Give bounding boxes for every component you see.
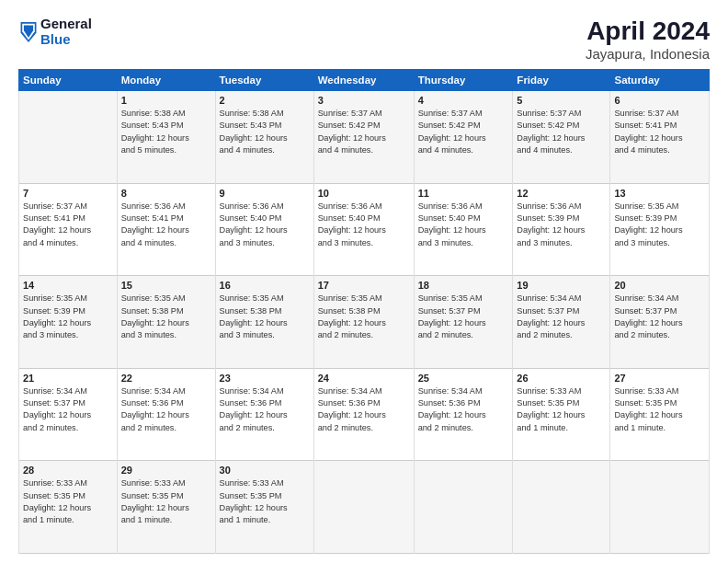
day-number: 27 — [614, 373, 705, 384]
cell-text: Sunrise: 5:37 AM Sunset: 5:42 PM Dayligh… — [418, 108, 509, 156]
cell-text: Sunrise: 5:35 AM Sunset: 5:37 PM Dayligh… — [418, 293, 509, 341]
calendar-cell: 21Sunrise: 5:34 AM Sunset: 5:37 PM Dayli… — [19, 368, 118, 461]
calendar-cell: 17Sunrise: 5:35 AM Sunset: 5:38 PM Dayli… — [313, 276, 414, 369]
cell-text: Sunrise: 5:33 AM Sunset: 5:35 PM Dayligh… — [23, 477, 113, 526]
cell-text: Sunrise: 5:38 AM Sunset: 5:43 PM Dayligh… — [121, 108, 211, 156]
calendar-cell: 23Sunrise: 5:34 AM Sunset: 5:36 PM Dayli… — [215, 368, 313, 461]
day-number: 17 — [318, 280, 410, 291]
cell-text: Sunrise: 5:33 AM Sunset: 5:35 PM Dayligh… — [121, 477, 211, 526]
cell-text: Sunrise: 5:37 AM Sunset: 5:41 PM Dayligh… — [614, 108, 705, 156]
week-row-5: 28Sunrise: 5:33 AM Sunset: 5:35 PM Dayli… — [19, 461, 710, 554]
week-row-4: 21Sunrise: 5:34 AM Sunset: 5:37 PM Dayli… — [19, 368, 710, 461]
cell-text: Sunrise: 5:34 AM Sunset: 5:37 PM Dayligh… — [614, 293, 705, 341]
calendar-cell: 19Sunrise: 5:34 AM Sunset: 5:37 PM Dayli… — [513, 276, 610, 369]
main-title: April 2024 — [586, 17, 710, 46]
cell-text: Sunrise: 5:37 AM Sunset: 5:42 PM Dayligh… — [318, 108, 410, 156]
cell-text: Sunrise: 5:34 AM Sunset: 5:36 PM Dayligh… — [418, 385, 509, 434]
calendar-cell: 15Sunrise: 5:35 AM Sunset: 5:38 PM Dayli… — [117, 276, 215, 369]
day-number: 19 — [517, 280, 606, 291]
day-number: 15 — [121, 280, 211, 291]
day-number: 28 — [23, 465, 113, 476]
calendar-cell: 16Sunrise: 5:35 AM Sunset: 5:38 PM Dayli… — [215, 276, 313, 369]
cell-text: Sunrise: 5:36 AM Sunset: 5:40 PM Dayligh… — [418, 201, 509, 249]
calendar-cell: 25Sunrise: 5:34 AM Sunset: 5:36 PM Dayli… — [414, 368, 513, 461]
page: General Blue April 2024 Jayapura, Indone… — [0, 0, 728, 563]
calendar-cell: 30Sunrise: 5:33 AM Sunset: 5:35 PM Dayli… — [215, 461, 313, 554]
cell-text: Sunrise: 5:33 AM Sunset: 5:35 PM Dayligh… — [517, 385, 606, 434]
cell-text: Sunrise: 5:34 AM Sunset: 5:36 PM Dayligh… — [121, 385, 211, 434]
day-number: 5 — [517, 95, 606, 106]
cell-text: Sunrise: 5:35 AM Sunset: 5:39 PM Dayligh… — [614, 201, 705, 249]
cell-text: Sunrise: 5:36 AM Sunset: 5:40 PM Dayligh… — [318, 201, 410, 249]
cell-text: Sunrise: 5:34 AM Sunset: 5:37 PM Dayligh… — [23, 385, 113, 434]
calendar-cell: 24Sunrise: 5:34 AM Sunset: 5:36 PM Dayli… — [313, 368, 414, 461]
cell-text: Sunrise: 5:34 AM Sunset: 5:36 PM Dayligh… — [318, 385, 410, 434]
calendar-cell — [313, 461, 414, 554]
cell-text: Sunrise: 5:33 AM Sunset: 5:35 PM Dayligh… — [614, 385, 705, 434]
day-number: 25 — [418, 373, 509, 384]
header-day-wednesday: Wednesday — [313, 70, 414, 91]
day-number: 18 — [418, 280, 509, 291]
calendar-cell: 28Sunrise: 5:33 AM Sunset: 5:35 PM Dayli… — [19, 461, 118, 554]
title-block: April 2024 Jayapura, Indonesia — [586, 17, 710, 62]
day-number: 4 — [418, 95, 509, 106]
week-row-2: 7Sunrise: 5:37 AM Sunset: 5:41 PM Daylig… — [19, 183, 710, 276]
day-number: 12 — [517, 188, 606, 199]
calendar-cell: 6Sunrise: 5:37 AM Sunset: 5:41 PM Daylig… — [610, 91, 710, 184]
header-day-sunday: Sunday — [19, 70, 118, 91]
header-day-thursday: Thursday — [414, 70, 513, 91]
cell-text: Sunrise: 5:38 AM Sunset: 5:43 PM Dayligh… — [220, 108, 310, 156]
day-number: 29 — [121, 465, 211, 476]
calendar-cell: 29Sunrise: 5:33 AM Sunset: 5:35 PM Dayli… — [117, 461, 215, 554]
calendar-cell: 9Sunrise: 5:36 AM Sunset: 5:40 PM Daylig… — [215, 183, 313, 276]
day-number: 23 — [220, 373, 310, 384]
calendar-cell: 12Sunrise: 5:36 AM Sunset: 5:39 PM Dayli… — [513, 183, 610, 276]
header: General Blue April 2024 Jayapura, Indone… — [18, 17, 710, 62]
header-day-monday: Monday — [117, 70, 215, 91]
calendar-header: SundayMondayTuesdayWednesdayThursdayFrid… — [19, 70, 710, 91]
calendar-cell: 1Sunrise: 5:38 AM Sunset: 5:43 PM Daylig… — [117, 91, 215, 184]
calendar-cell: 13Sunrise: 5:35 AM Sunset: 5:39 PM Dayli… — [610, 183, 710, 276]
week-row-1: 1Sunrise: 5:38 AM Sunset: 5:43 PM Daylig… — [19, 91, 710, 184]
day-number: 2 — [220, 95, 310, 106]
cell-text: Sunrise: 5:35 AM Sunset: 5:38 PM Dayligh… — [318, 293, 410, 341]
subtitle: Jayapura, Indonesia — [586, 46, 710, 62]
day-number: 21 — [23, 373, 113, 384]
day-number: 8 — [121, 188, 211, 199]
logo-icon — [20, 22, 37, 42]
calendar-cell: 14Sunrise: 5:35 AM Sunset: 5:39 PM Dayli… — [19, 276, 118, 369]
calendar-cell: 3Sunrise: 5:37 AM Sunset: 5:42 PM Daylig… — [313, 91, 414, 184]
day-number: 6 — [614, 95, 705, 106]
cell-text: Sunrise: 5:37 AM Sunset: 5:41 PM Dayligh… — [23, 201, 113, 249]
logo-general: General — [40, 17, 92, 32]
calendar-cell — [610, 461, 710, 554]
calendar-cell: 2Sunrise: 5:38 AM Sunset: 5:43 PM Daylig… — [215, 91, 313, 184]
calendar-body: 1Sunrise: 5:38 AM Sunset: 5:43 PM Daylig… — [19, 91, 710, 554]
calendar-cell: 8Sunrise: 5:36 AM Sunset: 5:41 PM Daylig… — [117, 183, 215, 276]
day-number: 10 — [318, 188, 410, 199]
cell-text: Sunrise: 5:36 AM Sunset: 5:41 PM Dayligh… — [121, 201, 211, 249]
calendar-cell: 11Sunrise: 5:36 AM Sunset: 5:40 PM Dayli… — [414, 183, 513, 276]
cell-text: Sunrise: 5:36 AM Sunset: 5:39 PM Dayligh… — [517, 201, 606, 249]
day-number: 20 — [614, 280, 705, 291]
calendar-cell: 7Sunrise: 5:37 AM Sunset: 5:41 PM Daylig… — [19, 183, 118, 276]
day-number: 9 — [220, 188, 310, 199]
calendar-cell: 18Sunrise: 5:35 AM Sunset: 5:37 PM Dayli… — [414, 276, 513, 369]
calendar-cell: 4Sunrise: 5:37 AM Sunset: 5:42 PM Daylig… — [414, 91, 513, 184]
cell-text: Sunrise: 5:37 AM Sunset: 5:42 PM Dayligh… — [517, 108, 606, 156]
header-day-tuesday: Tuesday — [215, 70, 313, 91]
header-row: SundayMondayTuesdayWednesdayThursdayFrid… — [19, 70, 710, 91]
calendar-cell: 22Sunrise: 5:34 AM Sunset: 5:36 PM Dayli… — [117, 368, 215, 461]
calendar-table: SundayMondayTuesdayWednesdayThursdayFrid… — [18, 69, 710, 554]
day-number: 22 — [121, 373, 211, 384]
day-number: 26 — [517, 373, 606, 384]
day-number: 14 — [23, 280, 113, 291]
calendar-cell — [513, 461, 610, 554]
calendar-cell: 10Sunrise: 5:36 AM Sunset: 5:40 PM Dayli… — [313, 183, 414, 276]
cell-text: Sunrise: 5:36 AM Sunset: 5:40 PM Dayligh… — [220, 201, 310, 249]
day-number: 11 — [418, 188, 509, 199]
logo-text: General Blue — [40, 17, 92, 47]
calendar-cell — [414, 461, 513, 554]
cell-text: Sunrise: 5:35 AM Sunset: 5:39 PM Dayligh… — [23, 293, 113, 341]
day-number: 1 — [121, 95, 211, 106]
